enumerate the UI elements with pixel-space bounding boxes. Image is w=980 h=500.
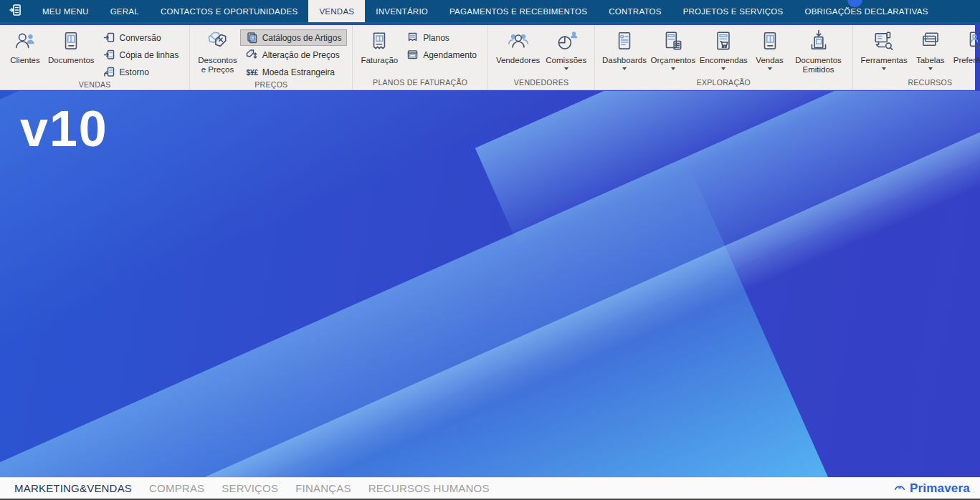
ribbon-group-label: VENDEDORES [488, 78, 594, 90]
discounts-prices-icon [205, 29, 229, 54]
button-label: Comissões [546, 56, 586, 65]
ribbon-button-clientes[interactable]: Clientes [5, 27, 45, 65]
ribbon: Clientes Documentos [0, 25, 975, 90]
orders-icon [711, 29, 736, 54]
ribbon-button-ferramentas[interactable]: Ferramentas [858, 27, 910, 70]
topbar-tab-vendas[interactable]: VENDAS [308, 0, 365, 22]
scheduling-icon [406, 49, 419, 61]
button-label: Agendamento [423, 50, 477, 60]
ribbon-group-vendedores: Vendedores Comissões VENDEDORES [488, 25, 595, 90]
ribbon-button-catalogos-de-artigos[interactable]: Catálogos de Artigos [240, 29, 348, 46]
topbar-tab-inventario[interactable]: INVENTÁRIO [365, 0, 439, 22]
sales-icon [758, 29, 782, 54]
ribbon-group-planos-de-faturacao: Faturação Planos [353, 25, 488, 90]
ribbon-button-tabelas[interactable]: Tabelas [910, 27, 951, 70]
issued-documents-icon [807, 29, 831, 54]
topbar-tab-obrigacoes-declarativas[interactable]: OBRIGAÇÕES DECLARATIVAS [794, 0, 938, 22]
article-catalogs-icon [246, 32, 258, 44]
button-label: Encomendas [700, 56, 748, 65]
module-bar: MARKETING&VENDAS COMPRAS SERVIÇOS FINANÇ… [0, 477, 980, 500]
app-window: MEU MENU GERAL CONTACTOS E OPORTUNIDADES… [0, 0, 980, 500]
button-label: Alteração de Preços [262, 50, 340, 60]
navigation-pane-button[interactable] [0, 0, 32, 22]
button-label: Ferramentas [861, 56, 908, 65]
ribbon-button-comissoes[interactable]: Comissões [543, 27, 589, 70]
ribbon-group-exploracao: Dashboards [595, 25, 852, 90]
button-label: Tabelas [916, 56, 945, 65]
dropdown-caret-icon [622, 67, 627, 70]
conversion-icon [103, 32, 115, 44]
button-label: Faturação [361, 56, 398, 65]
ribbon-button-vendedores[interactable]: Vendedores [493, 27, 543, 65]
documents-icon [59, 29, 83, 54]
ribbon-group-label: VENDAS [0, 80, 189, 92]
button-label: Conversão [120, 33, 161, 43]
ribbon-button-documentos-emitidos[interactable]: Documentos Emitidos [790, 27, 847, 74]
billing-icon [367, 29, 391, 54]
button-label: Planos [423, 33, 449, 43]
button-label: Catálogos de Artigos [262, 33, 342, 43]
commissions-icon [554, 29, 579, 54]
ribbon-button-moeda-estrangeira[interactable]: $¥£ Moeda Estrangeira [240, 64, 348, 80]
ribbon-button-estorno[interactable]: Estorno [97, 64, 185, 80]
ribbon-group-precos: Descontos e Preços Catálogos de Art [190, 25, 353, 90]
ribbon-button-preferencias[interactable]: Preferências [951, 27, 980, 65]
dropdown-caret-icon [671, 67, 675, 70]
dropdown-caret-icon [928, 67, 933, 70]
ribbon-button-orcamentos[interactable]: Orçamentos [649, 27, 698, 70]
copy-lines-icon [103, 49, 115, 61]
ribbon-group-label: RECURSOS [853, 78, 980, 90]
module-tab-financas[interactable]: FINANÇAS [295, 482, 351, 494]
clients-icon [13, 29, 37, 54]
ribbon-button-vendas[interactable]: Vendas [750, 27, 790, 70]
ribbon-button-planos[interactable]: Planos [401, 29, 482, 46]
topbar-tab-geral[interactable]: GERAL [100, 0, 150, 22]
module-tab-recursos-humanos[interactable]: RECURSOS HUMANOS [368, 482, 490, 494]
top-menu-bar: MEU MENU GERAL CONTACTOS E OPORTUNIDADES… [0, 0, 980, 24]
primavera-brand: Primavera [893, 480, 970, 497]
ribbon-button-agendamento[interactable]: Agendamento [401, 47, 482, 63]
tools-icon [872, 29, 896, 54]
plans-icon [406, 32, 419, 44]
button-label: Moeda Estrangeira [262, 67, 335, 77]
ribbon-button-copia-de-linhas[interactable]: Cópia de linhas [97, 47, 185, 63]
button-label: Orçamentos [651, 56, 696, 65]
ribbon-button-descontos-e-precos[interactable]: Descontos e Preços [195, 27, 239, 74]
preferences-icon [964, 29, 980, 54]
tables-icon [918, 29, 943, 54]
module-tab-compras[interactable]: COMPRAS [149, 482, 204, 494]
topbar-tab-contactos-e-oportunidades[interactable]: CONTACTOS E OPORTUNIDADES [150, 0, 309, 22]
ribbon-button-encomendas[interactable]: Encomendas [698, 27, 750, 70]
topbar-tab-contratos[interactable]: CONTRATOS [598, 0, 672, 22]
nav-document-icon [9, 3, 23, 20]
foreign-currency-icon: $¥£ [246, 66, 258, 78]
reversal-icon [103, 66, 115, 78]
dropdown-caret-icon [882, 67, 886, 70]
ribbon-button-conversao[interactable]: Conversão [97, 29, 185, 46]
price-change-icon [246, 49, 258, 61]
button-label: Vendedores [496, 56, 540, 65]
topbar-tab-meu-menu[interactable]: MEU MENU [32, 0, 100, 22]
dashboards-icon [612, 29, 637, 54]
dropdown-caret-icon [564, 67, 569, 70]
topbar-tab-projetos-e-servicos[interactable]: PROJETOS E SERVIÇOS [672, 0, 794, 22]
topbar-tab-pagamentos-e-recebimentos[interactable]: PAGAMENTOS E RECEBIMENTOS [439, 0, 598, 22]
dropdown-caret-icon [768, 67, 772, 70]
button-label: Cópia de linhas [120, 50, 179, 60]
ribbon-button-dashboards[interactable]: Dashboards [600, 27, 649, 70]
ribbon-group-vendas: Clientes Documentos [0, 25, 190, 90]
module-tab-servicos[interactable]: SERVIÇOS [222, 482, 278, 494]
svg-text:$¥£: $¥£ [246, 69, 258, 77]
ribbon-group-recursos: Ferramentas Tabelas [853, 25, 980, 90]
main-workspace: v10 [0, 91, 980, 477]
module-tab-marketing-vendas[interactable]: MARKETING&VENDAS [14, 482, 132, 494]
ribbon-button-faturacao[interactable]: Faturação [358, 27, 401, 65]
ribbon-button-documentos[interactable]: Documentos [45, 27, 97, 65]
button-label: Documentos Emitidos [793, 56, 845, 74]
ribbon-group-label: PLANOS DE FATURAÇÃO [353, 78, 487, 90]
button-label: Documentos [48, 56, 95, 65]
ribbon-button-alteracao-de-precos[interactable]: Alteração de Preços [240, 47, 348, 63]
quotes-icon [661, 29, 685, 54]
primavera-logo-icon [893, 480, 907, 497]
dropdown-caret-icon [721, 67, 726, 70]
